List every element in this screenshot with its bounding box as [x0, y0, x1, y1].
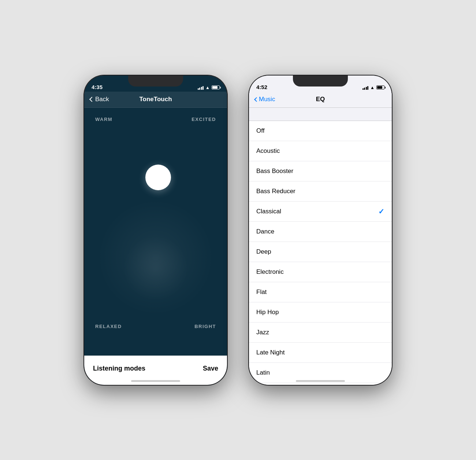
nav-title-left: ToneTouch	[139, 96, 172, 103]
eq-section-header	[249, 108, 392, 121]
eq-item-label: Jazz	[256, 329, 269, 336]
eq-item[interactable]: Deep	[249, 242, 392, 262]
eq-item-label: Flat	[256, 288, 267, 296]
home-indicator-left	[131, 380, 180, 382]
eq-item[interactable]: Loudness	[249, 383, 392, 385]
back-label: Back	[95, 96, 109, 103]
status-icons-left: ▲	[198, 85, 220, 90]
eq-item-label: Late Night	[256, 349, 285, 356]
chevron-left-icon	[89, 97, 94, 102]
wifi-icon: ▲	[205, 85, 210, 90]
nav-title-right: EQ	[316, 96, 325, 103]
eq-item[interactable]: Flat	[249, 282, 392, 302]
battery-icon	[212, 85, 220, 89]
eq-item-label: Latin	[256, 369, 270, 376]
eq-item[interactable]: Electronic	[249, 262, 392, 282]
save-button[interactable]: Save	[203, 365, 218, 372]
time-left: 4:35	[92, 84, 103, 90]
eq-item-label: Bass Booster	[256, 168, 293, 175]
eq-item[interactable]: Jazz	[249, 323, 392, 343]
corner-relaxed: RELAXED	[95, 324, 122, 329]
eq-item[interactable]: Bass Booster	[249, 161, 392, 181]
battery-icon-right	[376, 85, 384, 89]
back-button[interactable]: Back	[90, 96, 109, 103]
back-label-right: Music	[259, 96, 275, 103]
notch-right	[293, 76, 348, 87]
left-screen: 4:35 ▲ Back ToneTouch	[84, 76, 227, 385]
eq-item-label: Acoustic	[256, 147, 280, 155]
corner-excited: EXCITED	[191, 117, 216, 122]
tone-canvas[interactable]: WARM EXCITED RELAXED BRIGHT	[84, 108, 227, 338]
right-phone: 4:52 ▲ Music EQ	[249, 76, 392, 385]
signal-icon	[198, 85, 204, 90]
status-icons-right: ▲	[362, 85, 384, 90]
eq-item-label: Off	[256, 127, 264, 135]
notch	[128, 76, 183, 87]
battery-fill	[212, 86, 217, 89]
glow-small	[123, 235, 189, 301]
eq-item[interactable]: Off	[249, 121, 392, 141]
listening-modes-label: Listening modes	[93, 365, 145, 372]
time-right: 4:52	[256, 84, 267, 90]
eq-item-label: Bass Reducer	[256, 188, 295, 195]
eq-item-label: Classical	[256, 208, 281, 215]
eq-item[interactable]: Late Night	[249, 343, 392, 363]
eq-list[interactable]: OffAcousticBass BoosterBass ReducerClass…	[249, 108, 392, 385]
right-screen: 4:52 ▲ Music EQ	[249, 76, 392, 385]
eq-item[interactable]: Bass Reducer	[249, 181, 392, 202]
corner-bright: BRIGHT	[194, 324, 216, 329]
eq-item-label: Deep	[256, 248, 271, 255]
back-button-right[interactable]: Music	[255, 96, 275, 103]
eq-item-label: Hip Hop	[256, 309, 279, 316]
battery-fill-right	[377, 86, 382, 89]
wifi-icon-right: ▲	[370, 85, 375, 90]
signal-icon-right	[362, 85, 369, 90]
eq-item[interactable]: Hip Hop	[249, 302, 392, 323]
eq-item-label: Electronic	[256, 268, 284, 276]
nav-bar-right: Music EQ	[249, 92, 392, 108]
left-phone: 4:35 ▲ Back ToneTouch	[84, 76, 227, 385]
eq-item[interactable]: Classical✓	[249, 202, 392, 222]
chevron-left-blue-icon	[254, 97, 259, 102]
eq-item-label: Dance	[256, 228, 274, 235]
tone-dot[interactable]	[145, 165, 171, 190]
nav-bar-left: Back ToneTouch	[84, 92, 227, 108]
eq-item[interactable]: Acoustic	[249, 141, 392, 161]
check-icon: ✓	[378, 207, 384, 216]
home-indicator-right	[296, 380, 345, 382]
eq-item[interactable]: Dance	[249, 222, 392, 242]
corner-warm: WARM	[95, 117, 112, 122]
